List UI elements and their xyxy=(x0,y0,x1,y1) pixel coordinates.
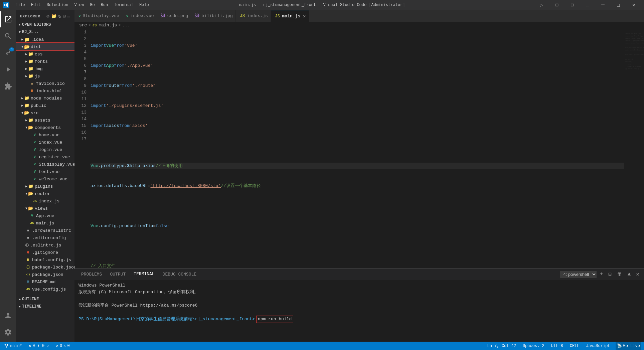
tab-main-js[interactable]: JS main.js ✕ xyxy=(271,10,310,22)
file-index-vue[interactable]: V index.vue xyxy=(16,139,74,146)
menu-selection[interactable]: Selection xyxy=(44,0,71,10)
activity-account[interactable] xyxy=(0,308,16,324)
file-app-vue[interactable]: V App.vue xyxy=(16,212,74,219)
menu-terminal[interactable]: Terminal xyxy=(111,0,136,10)
file-package-json[interactable]: {} package.json xyxy=(16,271,74,278)
breadcrumb-main-js[interactable]: main.js xyxy=(99,23,117,28)
file-babel-config[interactable]: B babel.config.js xyxy=(16,256,74,264)
folder-components[interactable]: ▼ 📂 components xyxy=(16,124,74,131)
panel-tab-output[interactable]: OUTPUT xyxy=(106,269,130,280)
folder-idea[interactable]: ▶ 📁 .idea xyxy=(16,36,74,43)
file-test-vue[interactable]: V test.vue xyxy=(16,168,74,175)
file-favicon-ico[interactable]: ★ favicon.ico xyxy=(16,80,74,87)
status-spaces[interactable]: Spaces: 2 xyxy=(521,342,546,350)
minimize-button[interactable]: ─ xyxy=(595,0,611,10)
kill-terminal-btn[interactable]: 🗑 xyxy=(615,271,624,278)
tab-bilibili-jpg[interactable]: 🖼 bilibili.jpg xyxy=(191,10,236,22)
timeline-section[interactable]: ▶ TIMELINE xyxy=(16,303,74,310)
status-language[interactable]: JavaScript xyxy=(585,342,612,350)
folder-img[interactable]: ▶ 📁 img xyxy=(16,65,74,72)
folder-router[interactable]: ▼ 📂 router xyxy=(16,190,74,197)
open-editors-section[interactable]: ▶ OPEN EDITORS xyxy=(16,21,74,28)
activity-source-control[interactable]: 3 xyxy=(0,45,16,61)
folder-src[interactable]: ▼ 📂 src xyxy=(16,109,74,117)
file-package-lock[interactable]: {} package-lock.json xyxy=(16,264,74,271)
panel-tab-terminal[interactable]: TERMINAL xyxy=(130,269,158,280)
split-editor-button[interactable]: ⊟ xyxy=(565,0,580,10)
collapse-icon[interactable]: ⊟ xyxy=(63,13,66,19)
status-line-ending[interactable]: CRLF xyxy=(569,342,581,350)
folder-plugins[interactable]: ▶ 📁 plugins xyxy=(16,183,74,190)
terminal-content[interactable]: Windows PowerShell 版权所有 (C) Microsoft Co… xyxy=(74,280,644,342)
file-browserslistrc[interactable]: ■ .browserslistrc xyxy=(16,227,74,234)
tab-index-vue[interactable]: V index.vue xyxy=(122,10,157,22)
breadcrumb-src[interactable]: src xyxy=(79,23,87,28)
new-folder-icon[interactable]: 📁 xyxy=(51,13,57,19)
folder-js[interactable]: ▶ 📁 js xyxy=(16,72,74,80)
activity-explorer[interactable] xyxy=(0,11,16,27)
file-home-vue[interactable]: V home.vue xyxy=(16,131,74,139)
menu-go[interactable]: Go xyxy=(87,0,97,10)
code-editor[interactable]: 1 2 3 4 5 6 7 8 9 10 11 12 13 14 15 16 1 xyxy=(74,29,624,268)
file-router-index-js[interactable]: JS index.js xyxy=(16,197,74,205)
file-gitignore[interactable]: G .gitignore xyxy=(16,249,74,256)
project-root[interactable]: ▼ RJ_S... xyxy=(16,28,74,36)
code-content[interactable]: import Vue from 'vue' import App from '.… xyxy=(89,29,624,268)
activity-extensions[interactable] xyxy=(0,78,16,94)
new-terminal-btn[interactable]: + xyxy=(598,271,605,278)
status-errors[interactable]: ✕ 0 ⚠ 0 xyxy=(55,342,71,350)
tab-csdn-png[interactable]: 🖼 csdn.png xyxy=(157,10,191,22)
outline-section[interactable]: ▶ OUTLINE xyxy=(16,296,74,303)
fonts-label: fonts xyxy=(35,59,48,64)
more-actions-button[interactable]: … xyxy=(580,0,595,10)
run-button[interactable]: ▷ xyxy=(534,0,549,10)
status-encoding[interactable]: UTF-8 xyxy=(550,342,565,350)
file-eslintrc[interactable]: E .eslintrc.js xyxy=(16,241,74,249)
tab-studisplay-vue[interactable]: V Studisplay.vue xyxy=(74,10,122,22)
activity-settings[interactable] xyxy=(0,324,16,340)
folder-public[interactable]: ▶ 📁 public xyxy=(16,102,74,109)
file-register-vue[interactable]: V register.vue xyxy=(16,153,74,161)
folder-dist[interactable]: ▼ 📂 dist xyxy=(16,43,74,50)
folder-node-modules[interactable]: ▶ 📁 node_modules xyxy=(16,95,74,102)
file-studisplay-vue[interactable]: V Studisplay.vue xyxy=(16,161,74,168)
status-position[interactable]: Ln 7, Col 42 xyxy=(486,342,517,350)
maximize-panel-btn[interactable]: ▲ xyxy=(626,271,633,278)
panel-tab-debug-console[interactable]: DEBUG CONSOLE xyxy=(159,269,200,280)
menu-run[interactable]: Run xyxy=(98,0,111,10)
status-sync[interactable]: ↻ 0 ⬇ 0 △ xyxy=(27,342,51,350)
file-index-html[interactable]: H index.html xyxy=(16,87,74,95)
file-main-js[interactable]: JS main.js xyxy=(16,219,74,227)
gitignore-label: .gitignore xyxy=(32,250,58,255)
close-panel-btn[interactable]: ✕ xyxy=(634,270,641,278)
menu-edit[interactable]: Edit xyxy=(28,0,43,10)
file-welcome-vue[interactable]: V welcome.vue xyxy=(16,175,74,183)
activity-run[interactable] xyxy=(0,61,16,77)
maximize-button[interactable]: ☐ xyxy=(611,0,626,10)
toggle-layout-button[interactable]: ⊞ xyxy=(549,0,565,10)
folder-views[interactable]: ▼ 📂 views xyxy=(16,205,74,212)
panel-tab-problems[interactable]: PROBLEMS xyxy=(77,269,106,280)
menu-bar[interactable]: File Edit Selection View Go Run Terminal… xyxy=(13,0,152,10)
menu-help[interactable]: Help xyxy=(137,0,152,10)
more-icon[interactable]: … xyxy=(67,13,70,19)
folder-assets[interactable]: ▶ 📁 assets xyxy=(16,117,74,124)
close-button[interactable]: ✕ xyxy=(626,0,641,10)
status-go-live[interactable]: 📡 Go Live xyxy=(616,342,641,350)
main-js-tab-close[interactable]: ✕ xyxy=(302,13,306,20)
folder-css[interactable]: ▶ 📁 css xyxy=(16,50,74,58)
terminal-shell-selector[interactable]: 4: powershell xyxy=(560,271,597,278)
activity-search[interactable] xyxy=(0,28,16,44)
menu-view[interactable]: View xyxy=(71,0,87,10)
new-file-icon[interactable]: ⊕ xyxy=(46,13,49,19)
split-terminal-btn[interactable]: ⊟ xyxy=(606,270,614,278)
refresh-icon[interactable]: ↻ xyxy=(58,13,61,19)
status-branch[interactable]: main* xyxy=(3,342,23,350)
file-editorconfig[interactable]: ■ .editorconfig xyxy=(16,234,74,241)
tab-index-js[interactable]: JS index.js xyxy=(236,10,271,22)
file-login-vue[interactable]: V login.vue xyxy=(16,146,74,153)
folder-fonts[interactable]: ▶ 📁 fonts xyxy=(16,58,74,65)
file-vue-config[interactable]: JS vue.config.js xyxy=(16,286,74,293)
menu-file[interactable]: File xyxy=(13,0,28,10)
file-readme[interactable]: M README.md xyxy=(16,278,74,286)
